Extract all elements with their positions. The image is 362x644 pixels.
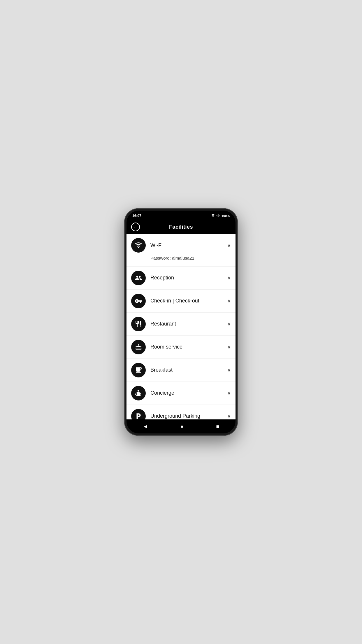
reception-chevron: ∨ xyxy=(227,275,231,281)
checkin-icon xyxy=(131,294,146,308)
back-button[interactable] xyxy=(131,223,140,231)
phone-screen: 16:07 100% Facilities xyxy=(126,211,236,433)
wifi-expanded-content: Password: almalusa21 xyxy=(126,255,236,267)
back-nav-button[interactable]: ◄ xyxy=(137,421,154,432)
concierge-chevron: ∨ xyxy=(227,390,231,396)
facility-parking[interactable]: Underground Parking ∨ xyxy=(126,405,236,420)
restaurant-label: Restaurant xyxy=(150,321,227,327)
signal-icon xyxy=(216,214,220,218)
breakfast-icon xyxy=(131,363,146,377)
phone-frame: 16:07 100% Facilities xyxy=(124,208,238,436)
home-nav-icon: ● xyxy=(180,424,184,430)
parking-facility-icon xyxy=(135,412,142,420)
parking-label: Underground Parking xyxy=(150,413,227,419)
facility-checkin[interactable]: Check-in | Check-out ∨ xyxy=(126,290,236,313)
parking-icon xyxy=(131,409,146,420)
facility-wifi-header[interactable]: Wi-Fi ∧ xyxy=(126,234,236,255)
concierge-label: Concierge xyxy=(150,390,227,396)
facility-wifi[interactable]: Wi-Fi ∧ Password: almalusa21 xyxy=(126,234,236,267)
concierge-icon xyxy=(131,386,146,400)
parking-chevron: ∨ xyxy=(227,413,231,419)
status-bar: 16:07 100% xyxy=(126,211,236,220)
checkin-label: Check-in | Check-out xyxy=(150,298,227,304)
page-title: Facilities xyxy=(140,224,222,230)
breakfast-label: Breakfast xyxy=(150,367,227,373)
roomservice-facility-icon xyxy=(135,343,142,351)
restaurant-icon xyxy=(131,317,146,331)
reception-label: Reception xyxy=(150,275,227,281)
reception-icon xyxy=(131,271,146,285)
breakfast-facility-icon xyxy=(135,366,142,374)
facility-restaurant[interactable]: Restaurant ∨ xyxy=(126,313,236,336)
recent-nav-button[interactable]: ■ xyxy=(210,421,225,432)
bottom-navigation: ◄ ● ■ xyxy=(126,419,236,433)
battery-status: 100% xyxy=(222,214,230,218)
back-nav-icon: ◄ xyxy=(143,424,148,430)
facility-roomservice[interactable]: Room service ∨ xyxy=(126,336,236,359)
restaurant-facility-icon xyxy=(135,320,142,328)
key-icon xyxy=(135,297,142,305)
recent-nav-icon: ■ xyxy=(216,424,219,430)
wifi-facility-icon xyxy=(135,242,142,249)
facilities-list: Wi-Fi ∧ Password: almalusa21 Reception ∨ xyxy=(126,234,236,419)
wifi-chevron: ∧ xyxy=(227,243,231,248)
status-icons: 100% xyxy=(211,214,230,218)
wifi-label: Wi-Fi xyxy=(150,242,227,249)
restaurant-chevron: ∨ xyxy=(227,321,231,327)
checkin-chevron: ∨ xyxy=(227,298,231,304)
concierge-facility-icon xyxy=(135,389,142,397)
roomservice-label: Room service xyxy=(150,344,227,350)
svg-point-0 xyxy=(138,344,139,345)
home-nav-button[interactable]: ● xyxy=(175,421,189,432)
facility-reception[interactable]: Reception ∨ xyxy=(126,267,236,290)
top-navigation: Facilities xyxy=(126,220,236,234)
facility-concierge[interactable]: Concierge ∨ xyxy=(126,382,236,405)
status-time: 16:07 xyxy=(132,214,141,218)
reception-facility-icon xyxy=(135,274,142,282)
breakfast-chevron: ∨ xyxy=(227,367,231,373)
roomservice-icon xyxy=(131,340,146,354)
wifi-status-icon xyxy=(211,214,215,218)
wifi-icon xyxy=(131,238,146,253)
roomservice-chevron: ∨ xyxy=(227,344,231,350)
facility-breakfast[interactable]: Breakfast ∨ xyxy=(126,359,236,382)
wifi-password: Password: almalusa21 xyxy=(150,255,231,262)
